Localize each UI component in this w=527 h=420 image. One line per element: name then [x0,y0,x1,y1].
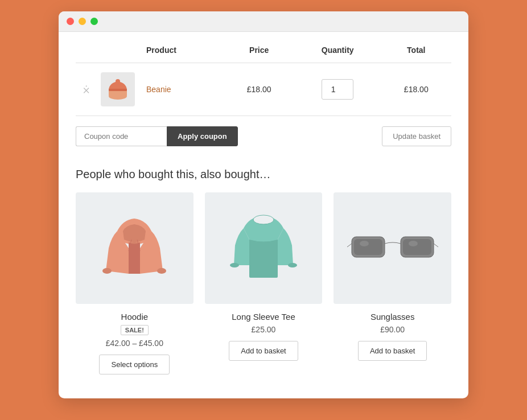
maximize-button[interactable] [90,18,98,25]
sunglasses-name: Sunglasses [370,312,415,322]
longsleeve-image-container [205,192,323,304]
longsleeve-image [229,208,298,288]
col-header-remove [76,38,96,63]
svg-point-6 [102,268,112,274]
product-total: £18.00 [404,85,429,94]
sunglasses-price: £90.00 [380,325,405,334]
select-options-button[interactable]: Select options [99,355,170,374]
hoodie-price: £42.00 – £45.00 [106,339,163,348]
sale-badge: SALE! [121,325,149,335]
svg-point-10 [230,263,239,267]
col-header-image [96,38,142,63]
coupon-input[interactable] [76,126,167,146]
svg-point-19 [360,241,369,246]
coupon-row: Apply coupon Update basket [76,116,451,157]
svg-point-11 [288,263,297,267]
close-button[interactable] [67,18,74,25]
col-header-price: Price [224,38,294,63]
svg-rect-12 [249,275,278,278]
col-header-product: Product [142,38,224,63]
products-grid: Hoodie SALE! £42.00 – £45.00 Select opti… [76,192,451,374]
beanie-image [105,77,130,102]
also-bought-section: People who bought this, also bought… [76,168,451,374]
svg-line-17 [347,244,352,247]
product-name-link[interactable]: Beanie [146,85,171,94]
quantity-input[interactable] [322,79,353,100]
svg-point-7 [157,268,166,274]
add-longsleeve-to-basket-button[interactable]: Add to basket [229,341,298,361]
svg-point-20 [409,241,418,246]
app-window: Product Price Quantity Total ⨰ [59,11,468,398]
product-card-sunglasses: Sunglasses £90.00 Add to basket [334,192,451,374]
also-bought-title: People who bought this, also bought… [76,168,451,181]
product-card-hoodie: Hoodie SALE! £42.00 – £45.00 Select opti… [76,192,193,374]
col-header-quantity: Quantity [294,38,381,63]
cart-table: Product Price Quantity Total ⨰ [76,38,451,116]
sunglasses-image [347,225,438,271]
hoodie-name: Hoodie [121,312,149,322]
apply-coupon-button[interactable]: Apply coupon [167,126,238,146]
svg-line-18 [434,244,438,247]
longsleeve-name: Long Sleeve Tee [232,312,295,322]
add-sunglasses-to-basket-button[interactable]: Add to basket [358,341,427,361]
remove-item-button[interactable]: ⨰ [83,84,89,95]
svg-rect-14 [354,239,382,255]
product-price: £18.00 [247,85,271,94]
update-basket-button[interactable]: Update basket [382,126,451,146]
product-thumbnail [101,72,135,106]
main-content: Product Price Quantity Total ⨰ [59,38,468,392]
minimize-button[interactable] [79,18,86,25]
col-header-total: Total [381,38,451,63]
svg-rect-16 [403,239,431,255]
longsleeve-price: £25.00 [252,325,276,334]
hoodie-image-container [76,192,193,304]
hoodie-image [100,208,168,288]
svg-rect-2 [109,89,127,91]
table-row: ⨰ [76,63,451,116]
product-card-longsleeve: Long Sleeve Tee £25.00 Add to basket [205,192,323,374]
svg-point-3 [116,79,120,84]
titlebar [59,11,468,32]
sunglasses-image-container [334,192,451,304]
